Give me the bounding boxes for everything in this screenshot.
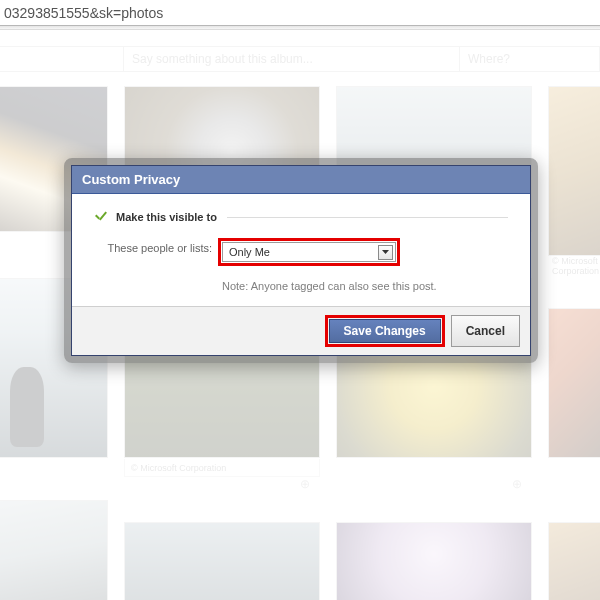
cancel-button[interactable]: Cancel: [451, 315, 520, 347]
highlight-box: Only Me: [218, 238, 400, 266]
custom-privacy-dialog: Custom Privacy Make this visible to Thes…: [64, 158, 538, 363]
svg-marker-0: [382, 250, 389, 254]
section-heading: Make this visible to: [116, 211, 217, 223]
dialog-title: Custom Privacy: [72, 166, 530, 194]
url-text: 03293851555&sk=photos: [4, 5, 163, 21]
photo-caption: © Microsoft Corporation: [548, 256, 600, 276]
page-background: Say something about this album... Where?…: [0, 30, 600, 600]
chevron-down-icon: [378, 245, 393, 260]
divider: [227, 217, 508, 218]
audience-label: These people or lists:: [96, 238, 218, 254]
photo-thumbnail[interactable]: [548, 308, 600, 458]
composer-thumb-slot: [0, 46, 124, 72]
tag-icon[interactable]: ⊕: [300, 477, 320, 491]
photo-thumbnail[interactable]: [548, 522, 600, 600]
composer-caption-input[interactable]: Say something about this album...: [124, 46, 460, 72]
photo-thumbnail[interactable]: [548, 86, 600, 256]
album-composer: Say something about this album... Where?: [0, 46, 600, 72]
audience-select[interactable]: Only Me: [222, 242, 396, 262]
check-icon: [94, 210, 108, 224]
photo-thumbnail[interactable]: [0, 500, 108, 600]
photo-thumbnail[interactable]: [124, 522, 320, 600]
save-changes-button[interactable]: Save Changes: [329, 319, 441, 343]
dialog-footer: Save Changes Cancel: [72, 306, 530, 355]
tag-icon[interactable]: ⊕: [512, 477, 532, 491]
dialog-body: Make this visible to These people or lis…: [72, 194, 530, 306]
highlight-box: Save Changes: [325, 315, 445, 347]
composer-placeholder: Say something about this album...: [132, 52, 313, 66]
photo-thumbnail[interactable]: [336, 522, 532, 600]
audience-select-value: Only Me: [229, 246, 270, 258]
composer-where-placeholder: Where?: [468, 52, 510, 66]
tagging-note: Note: Anyone tagged can also see this po…: [222, 280, 508, 292]
composer-location-input[interactable]: Where?: [460, 46, 600, 72]
browser-address-bar[interactable]: 03293851555&sk=photos: [0, 0, 600, 26]
photo-caption: © Microsoft Corporation: [124, 459, 320, 477]
